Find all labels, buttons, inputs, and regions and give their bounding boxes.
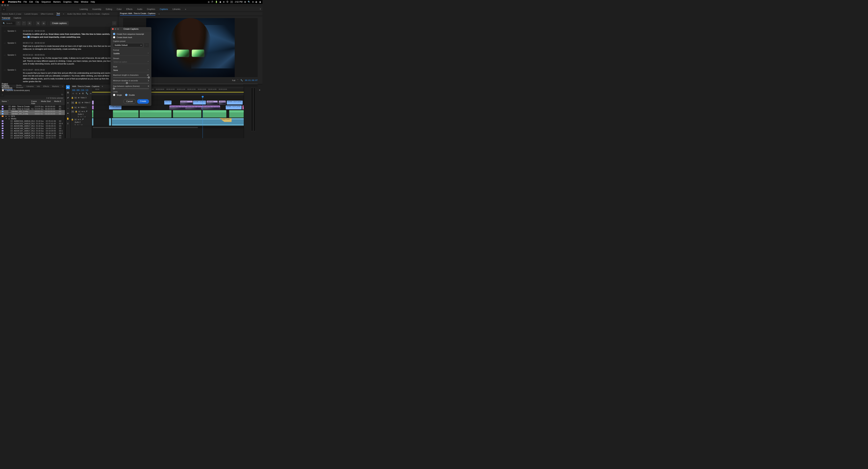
create-captions-button[interactable]: Create captions [50,21,69,25]
menu-help[interactable]: Help [91,1,95,3]
eye-icon[interactable]: 👁 [78,97,80,99]
gap-slider[interactable] [113,89,149,89]
tab-overflow-icon[interactable]: » [62,85,63,87]
app-name[interactable]: Premiere Pro [8,1,21,3]
dialog-close-icon[interactable] [112,28,114,30]
track-target-a2[interactable]: A2 [74,118,77,121]
lock-icon[interactable]: 🔒 [75,101,77,104]
fit-chevron-icon[interactable]: ˅ [237,79,238,82]
lock-icon[interactable]: 🔒 [71,96,73,99]
transcript-row[interactable]: ⋯Speaker 1 00:00:34:10 - 00:00:59:01 You… [4,52,114,67]
caption-preset-select[interactable]: Subtitle Default ▾ [113,43,143,47]
tab-source[interactable]: Source: Audio 2_2.wav [2,13,21,15]
project-item[interactable]: A019C019_160525_R1JC.mov25.00 fps00:54:2… [0,135,65,137]
eye-icon[interactable]: 👁 [78,107,80,109]
workspace-learning[interactable]: Learning [80,8,88,10]
voice-icon[interactable]: 🎤 [82,119,84,120]
track-header-a1[interactable]: A1 🔒 A1 M S 🎤 Audio 1 0.◂○▸ [70,110,92,118]
radio-from-transcript-label[interactable]: Create from sequence transcript [117,33,144,35]
track-header-v3[interactable]: 🔒 V3 👁 Video 3 [70,95,92,100]
transcript-text[interactable]: You know, climbing to me, it's this esca… [23,57,114,65]
link-icon[interactable]: ⊂ [76,92,78,95]
solo-button[interactable]: S [84,111,85,112]
maximize-window-icon[interactable] [7,4,9,6]
project-item[interactable]: A006C023_160510_R1JC.mov25.00 fps02:47:0… [0,122,65,125]
track-target-v2[interactable]: V2 [78,101,81,104]
project-column-headers[interactable]: Name⌃ Frame Rate Media Start Media E [0,99,65,105]
snap-icon[interactable]: ⊹ [72,92,74,95]
prev-result-button[interactable]: ˄ [16,21,21,25]
track-target-a1[interactable]: A1 [78,110,81,113]
maxlen-slider[interactable] [113,78,149,78]
clock[interactable]: 2:52 PM [235,1,243,3]
timeline-timecode[interactable]: 00:00:10:13 [70,88,92,92]
status-icon[interactable]: ⊞ [244,1,246,3]
lock-icon[interactable]: 🔒 [75,110,77,113]
format-select[interactable]: Subtitle ˅ [113,52,149,56]
apple-icon[interactable]: 🍎 [2,1,4,3]
settings-icon[interactable]: 🔧 [241,79,243,82]
tab-menu-icon[interactable]: ≡ [102,85,103,87]
tab-menu-icon[interactable]: ≡ [63,13,64,15]
slip-tool[interactable]: ↔ [66,106,70,110]
project-item[interactable]: climber_VO_2.m4a48000 Hz00;00;00;0000; [0,113,65,115]
tab-audio-mixer[interactable]: Audio Clip Mixer: AAA - Time to Create -… [67,13,110,15]
track-v1[interactable]: ADOBE x ALEX [16x9] SilbersaltzClips.mp4… [92,105,244,110]
tab-media-browser[interactable]: Media Browser [16,84,23,88]
sort-button[interactable]: ⇅ [36,21,40,25]
mute-button[interactable]: M [82,111,83,112]
subtab-captions[interactable]: Captions [14,17,21,20]
solo-button[interactable]: S [80,119,81,120]
row-menu-icon[interactable]: ⋯ [4,69,6,71]
row-menu-icon[interactable]: ⋯ [4,30,6,32]
transcript-text[interactable]: Right now is a great time to create beca… [23,45,114,50]
hand-tool[interactable]: ✋ [66,117,70,120]
status-icon[interactable]: ⦿ [226,1,228,3]
workspace-assembly[interactable]: Assembly [92,8,101,10]
project-item[interactable]: A010C107_160517_R1JC.mov25.00 fps03:10:0… [0,129,65,132]
transcript-search[interactable]: 🔍 [2,22,15,25]
selection-tool[interactable]: ➤ [66,85,70,89]
preset-options-button[interactable]: ⋯ [144,43,149,47]
radio-blank-track-label[interactable]: Create blank track [117,36,132,38]
project-item[interactable]: A017C006_160522_R1JC.mov25.00 fps06:46:1… [0,132,65,135]
transcript-options-button[interactable]: ⋯ [112,21,116,25]
timeline-h-scrollbar[interactable] [92,127,244,128]
menu-markers[interactable]: Markers [53,1,61,3]
row-menu-icon[interactable]: ⋯ [4,42,6,45]
row-menu-icon[interactable]: ⋯ [4,54,6,56]
radio-lines-single[interactable] [113,94,115,96]
type-tool[interactable]: T [66,122,70,125]
playhead[interactable] [203,95,203,138]
transcript-text[interactable]: It's a puzzle that you have to sort of t… [23,71,114,83]
tab-effects[interactable]: Effects [43,85,49,87]
project-list[interactable]: AAA - Time to Create23.976 fps00:00:00:0… [0,105,65,139]
menu-file[interactable]: File [24,1,27,3]
menu-clip[interactable]: Clip [35,1,39,3]
radio-blank-track[interactable] [113,36,115,38]
battery-icon[interactable]: 🔋 [215,1,218,3]
mindur-slider[interactable] [113,83,149,83]
project-item[interactable]: A010C095_160517_R1JC.mov25.00 fps03:05:0… [0,125,65,127]
menu-sequence[interactable]: Sequence [41,1,51,3]
track-a1[interactable] [92,110,244,118]
source-patch-v1[interactable]: V1 [71,101,74,104]
share-icon[interactable]: ⇪ [259,8,261,10]
source-patch-a1[interactable]: A1 [71,110,74,113]
project-item[interactable]: AAA - Time to Create - Captions23.976 fp… [0,108,65,110]
workspace-overflow-icon[interactable]: » [185,8,186,10]
date-icon[interactable]: 29 [230,1,233,3]
transcript-row[interactable]: ⋯Speaker 1 00:00:17:14 - 00:00:32:02 Rig… [4,40,114,52]
pen-tool[interactable]: ✒ [66,111,70,115]
razor-tool[interactable]: ✂ [66,101,70,105]
home-button[interactable]: ⌂ [1,7,6,11]
tab-menu-icon[interactable]: ≡ [158,13,159,15]
tab-markers[interactable]: Markers [52,85,59,87]
radio-from-transcript[interactable] [113,33,115,35]
lock-icon[interactable]: 🔒 [71,118,73,121]
subtab-transcript[interactable]: Transcript [2,17,10,20]
tab-lumetri[interactable]: Lumetri Scopes [25,13,38,15]
voice-icon[interactable]: 🎤 [85,111,87,112]
project-item[interactable]: A010C105_160517_R1JC.mov25.00 fps03:09:2… [0,127,65,129]
project-item[interactable]: A020C007_160525_R1JC.mov25.00 fps00:05:2… [0,137,65,139]
